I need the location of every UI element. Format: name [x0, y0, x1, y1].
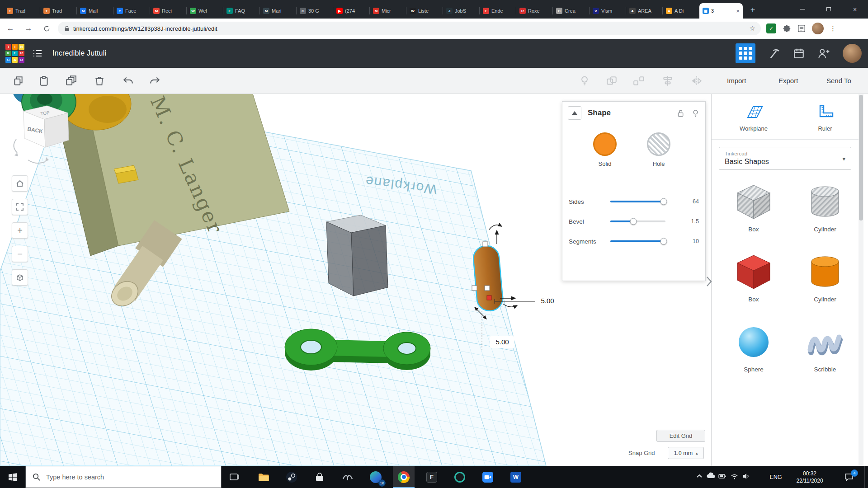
- send-to-button[interactable]: Send To: [822, 68, 856, 94]
- tinkercad-logo[interactable]: TINKERCAD: [5, 44, 24, 63]
- maximize-button[interactable]: [816, 0, 842, 19]
- gog-button[interactable]: [449, 466, 471, 488]
- fit-view-button[interactable]: [12, 199, 28, 215]
- dimension-depth[interactable]: 5.00: [490, 336, 514, 348]
- import-button[interactable]: Import: [722, 68, 751, 94]
- redo-button[interactable]: [148, 74, 162, 88]
- browser-tab[interactable]: MReci: [150, 3, 187, 19]
- scale-handle[interactable]: [485, 286, 490, 291]
- store-button[interactable]: [309, 466, 330, 488]
- url-bar[interactable]: tinkercad.com/things/8W1ZIl3p38J-incredi…: [58, 22, 761, 35]
- browser-profile-avatar[interactable]: [812, 23, 824, 34]
- shape-item-cyl-striped[interactable]: Cylinder: [789, 183, 861, 233]
- browser-tab[interactable]: TTrad: [4, 3, 40, 19]
- shape-item-scribble[interactable]: Scribble: [789, 323, 861, 373]
- browser-tab[interactable]: JJobS: [443, 3, 480, 19]
- browser-tab[interactable]: G30 G: [297, 3, 333, 19]
- show-desktop-button[interactable]: [864, 466, 868, 488]
- group-button[interactable]: [605, 74, 618, 88]
- duplicate-button[interactable]: [64, 74, 78, 88]
- slider-knob[interactable]: [660, 238, 667, 245]
- browser-tab[interactable]: MMicr: [370, 3, 406, 19]
- lock-open-icon[interactable]: [676, 109, 685, 117]
- sidebar-scrollbar[interactable]: [859, 94, 863, 466]
- scene-gray-box[interactable]: [326, 215, 388, 296]
- word-button[interactable]: W: [505, 466, 527, 488]
- collapse-panel-button[interactable]: [568, 106, 581, 120]
- active-handle[interactable]: [487, 296, 491, 300]
- sidebar-collapse-chevron[interactable]: [705, 276, 713, 287]
- browser-tab[interactable]: WListe: [406, 3, 443, 19]
- browser-tab[interactable]: VVism: [590, 3, 626, 19]
- tab-close-icon[interactable]: ×: [736, 8, 740, 14]
- browser-tab[interactable]: AAREA: [626, 3, 663, 19]
- rotate-arrow-top[interactable]: [489, 225, 502, 230]
- new-tab-button[interactable]: +: [746, 4, 759, 16]
- taskbar-clock[interactable]: 00:32 22/11/2020: [788, 469, 831, 484]
- scale-handle[interactable]: [483, 242, 488, 247]
- slider-track[interactable]: [610, 240, 665, 242]
- perspective-toggle-button[interactable]: [12, 269, 28, 286]
- slider-track[interactable]: [610, 201, 665, 202]
- browser-tab[interactable]: MMari: [260, 3, 297, 19]
- zoom-out-button[interactable]: −: [12, 246, 28, 262]
- back-button[interactable]: ←: [3, 21, 18, 36]
- export-button[interactable]: Export: [774, 68, 802, 94]
- edge-button[interactable]: 18: [365, 466, 387, 488]
- dimension-width[interactable]: 5.00: [535, 295, 560, 307]
- check-extension-icon[interactable]: ✓: [766, 23, 776, 33]
- browser-tab[interactable]: ▶(274: [333, 3, 370, 19]
- hole-swatch[interactable]: [647, 132, 670, 156]
- shape-item-box-striped[interactable]: Box: [718, 183, 789, 233]
- workplane-tool[interactable]: Workplane: [726, 103, 781, 132]
- taskbar-search-box[interactable]: Type here to search: [25, 466, 222, 488]
- task-view-button[interactable]: [224, 466, 245, 488]
- mirror-button[interactable]: [690, 74, 703, 88]
- browser-tab[interactable]: RRoxe: [516, 3, 553, 19]
- file-explorer-button[interactable]: [253, 466, 274, 488]
- user-avatar[interactable]: [843, 44, 862, 63]
- shape-item-cyl-orange[interactable]: Cylinder: [789, 253, 861, 303]
- home-view-button[interactable]: [12, 175, 28, 192]
- browser-menu-icon[interactable]: ⋮: [830, 24, 836, 33]
- bookmark-star-icon[interactable]: ☆: [750, 24, 755, 33]
- action-center-button[interactable]: 4: [837, 466, 861, 488]
- steam-button[interactable]: [281, 466, 302, 488]
- browser-tab[interactable]: ▦3×: [699, 3, 743, 19]
- browser-tab[interactable]: WWel: [187, 3, 223, 19]
- ruler-tool[interactable]: Ruler: [798, 103, 852, 132]
- main-menu-icon[interactable]: [33, 49, 42, 58]
- ungroup-button[interactable]: [632, 74, 646, 88]
- solid-swatch[interactable]: [593, 132, 617, 156]
- 3d-viewport[interactable]: Workplane M. C. Langer: [0, 94, 711, 466]
- design-title[interactable]: Incredible Juttuli: [52, 49, 106, 57]
- solid-option[interactable]: Solid: [593, 132, 617, 167]
- slider-knob[interactable]: [660, 198, 667, 205]
- align-button[interactable]: [661, 74, 675, 88]
- browser-tab[interactable]: CCrea: [553, 3, 590, 19]
- copy-button[interactable]: [11, 74, 25, 88]
- browser-tab[interactable]: MMail: [77, 3, 113, 19]
- delete-button[interactable]: [93, 74, 106, 88]
- language-indicator[interactable]: ENG: [766, 474, 785, 480]
- undo-button[interactable]: [121, 74, 135, 88]
- browser-tab[interactable]: TTrad: [40, 3, 77, 19]
- calendar-icon[interactable]: [793, 47, 805, 59]
- start-button[interactable]: [0, 466, 25, 488]
- shape-item-sphere[interactable]: Sphere: [718, 323, 789, 373]
- scale-handle[interactable]: [472, 286, 477, 291]
- browser-tab[interactable]: fFace: [113, 3, 150, 19]
- snap-grid-dropdown[interactable]: 1.0 mm ▴: [668, 447, 704, 459]
- scrollbar-thumb[interactable]: [859, 95, 863, 221]
- browser-tab[interactable]: EEnde: [480, 3, 516, 19]
- slider-knob[interactable]: [630, 218, 637, 225]
- browser-tab[interactable]: FFAQ: [223, 3, 260, 19]
- shape-library-dropdown[interactable]: Tinkercad Basic Shapes ▾: [719, 147, 851, 170]
- chrome-button[interactable]: [393, 466, 415, 488]
- minimize-button[interactable]: [789, 0, 816, 19]
- forward-button[interactable]: →: [21, 21, 36, 36]
- pickaxe-icon[interactable]: [768, 47, 780, 60]
- game-launcher-button[interactable]: [337, 466, 359, 488]
- f-app-button[interactable]: F: [421, 466, 443, 488]
- close-button[interactable]: ×: [842, 0, 868, 19]
